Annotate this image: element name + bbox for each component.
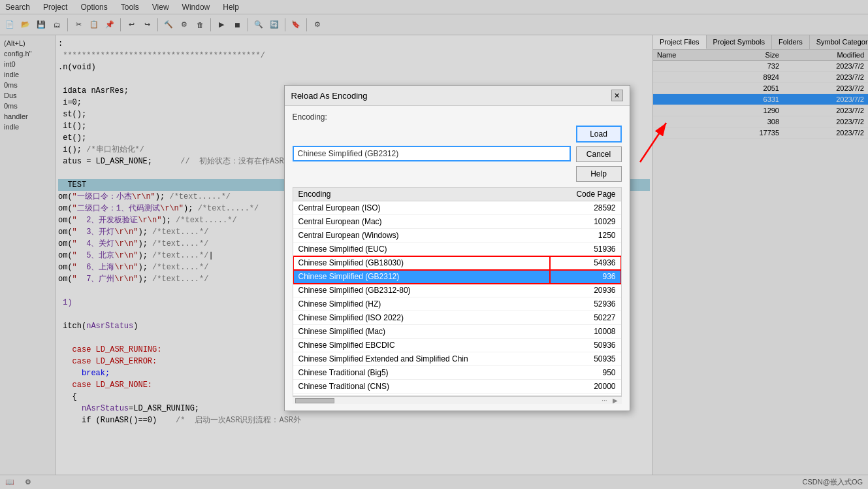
modal-overlay: Reload As Encoding ✕ Encoding: Load Canc…: [0, 0, 868, 489]
encoding-codepage: 50227: [550, 311, 620, 325]
encoding-row[interactable]: Chinese Simplified (EUC) 51936: [293, 243, 621, 256]
encoding-scrollbar-h[interactable]: ··· ▶: [293, 396, 622, 404]
encoding-col-header: Encoding: [293, 188, 551, 201]
encoding-name: Central European (Mac): [293, 215, 551, 229]
encoding-row[interactable]: Chinese Traditional (Eten) 20002: [293, 394, 621, 397]
encoding-name: Chinese Simplified (GB18030): [293, 256, 551, 270]
reload-encoding-dialog: Reload As Encoding ✕ Encoding: Load Canc…: [284, 85, 630, 411]
encoding-codepage: 20002: [550, 394, 620, 397]
encoding-name: Chinese Simplified (GB2312): [293, 270, 551, 284]
encoding-row[interactable]: Chinese Simplified (GB2312) 936: [293, 270, 621, 284]
dialog-buttons: Load Cancel Help: [576, 126, 622, 182]
encoding-codepage: 950: [550, 366, 620, 380]
encoding-name: Chinese Simplified (GB2312-80): [293, 284, 551, 297]
encoding-row[interactable]: Central European (Windows) 1250: [293, 229, 621, 243]
encoding-codepage: 50936: [550, 339, 620, 352]
encoding-row[interactable]: Chinese Simplified EBCDIC 50936: [293, 339, 621, 352]
encoding-name: Chinese Traditional (Eten): [293, 394, 551, 397]
encoding-name: Chinese Simplified (Mac): [293, 325, 551, 339]
encoding-codepage: 51936: [550, 243, 620, 256]
encoding-row[interactable]: Central European (ISO) 28592: [293, 201, 621, 215]
dialog-close-button[interactable]: ✕: [611, 90, 623, 101]
encoding-row[interactable]: Chinese Traditional (Big5) 950: [293, 366, 621, 380]
encoding-codepage: 50935: [550, 352, 620, 366]
encoding-codepage: 52936: [550, 297, 620, 311]
encoding-codepage: 936: [550, 270, 620, 284]
encoding-codepage: 54936: [550, 256, 620, 270]
encoding-row[interactable]: Chinese Simplified (Mac) 10008: [293, 325, 621, 339]
dialog-title: Reload As Encoding: [291, 91, 368, 101]
encoding-name: Central European (Windows): [293, 229, 551, 243]
encoding-label: Encoding:: [293, 112, 622, 122]
encoding-name: Chinese Traditional (Big5): [293, 366, 551, 380]
encoding-codepage: 28592: [550, 201, 620, 215]
cancel-button[interactable]: Cancel: [576, 146, 622, 162]
encoding-name: Chinese Simplified (HZ): [293, 297, 551, 311]
encoding-name: Chinese Traditional (CNS): [293, 380, 551, 394]
encoding-name: Central European (ISO): [293, 201, 551, 215]
dialog-body: Encoding: Load Cancel Help Encoding Code…: [285, 106, 630, 411]
dialog-titlebar: Reload As Encoding ✕: [285, 86, 630, 106]
load-button[interactable]: Load: [576, 126, 622, 143]
encoding-name: Chinese Simplified EBCDIC: [293, 339, 551, 352]
encoding-codepage: 20000: [550, 380, 620, 394]
encoding-row[interactable]: Chinese Simplified (GB18030) 54936: [293, 256, 621, 270]
encoding-row[interactable]: Chinese Simplified Extended and Simplifi…: [293, 352, 621, 366]
encoding-table: Encoding Code Page Central European (ISO…: [293, 188, 621, 396]
encoding-name: Chinese Simplified (EUC): [293, 243, 551, 256]
encoding-row[interactable]: Chinese Traditional (CNS) 20000: [293, 380, 621, 394]
encoding-input[interactable]: [293, 146, 571, 161]
encoding-row[interactable]: Chinese Simplified (ISO 2022) 50227: [293, 311, 621, 325]
encoding-codepage: 1250: [550, 229, 620, 243]
encoding-codepage: 20936: [550, 284, 620, 297]
encoding-name: Chinese Simplified (ISO 2022): [293, 311, 551, 325]
scrollbar-thumb[interactable]: [295, 398, 334, 403]
encoding-input-row: Load Cancel Help: [293, 126, 622, 182]
help-button[interactable]: Help: [576, 166, 622, 182]
encoding-codepage: 10008: [550, 325, 620, 339]
encoding-codepage: 10029: [550, 215, 620, 229]
encoding-row[interactable]: Central European (Mac) 10029: [293, 215, 621, 229]
encoding-name: Chinese Simplified Extended and Simplifi…: [293, 352, 551, 366]
encoding-row[interactable]: Chinese Simplified (HZ) 52936: [293, 297, 621, 311]
encoding-row[interactable]: Chinese Simplified (GB2312-80) 20936: [293, 284, 621, 297]
codepage-col-header: Code Page: [550, 188, 620, 201]
encoding-table-wrap: Encoding Code Page Central European (ISO…: [293, 187, 622, 396]
